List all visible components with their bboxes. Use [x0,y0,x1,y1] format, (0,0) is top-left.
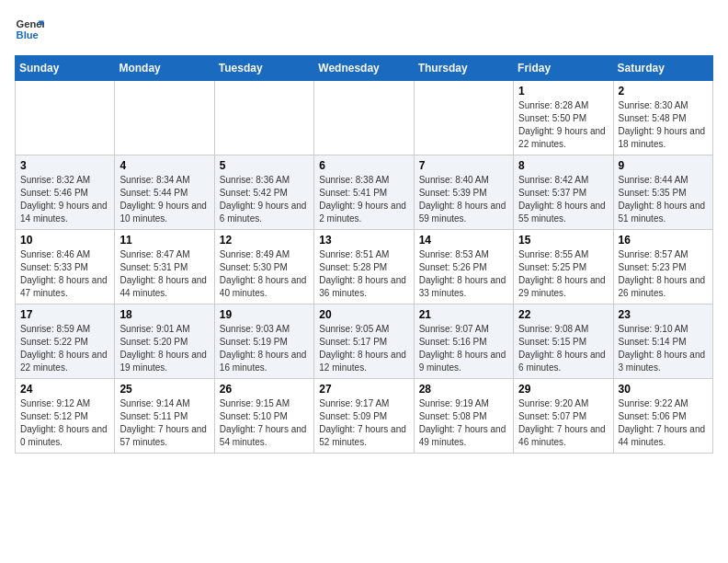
day-number: 16 [619,234,708,247]
day-number: 28 [419,383,508,396]
day-info: Sunrise: 8:57 AMSunset: 5:23 PMDaylight:… [619,248,708,300]
day-cell: 22Sunrise: 9:08 AMSunset: 5:15 PMDayligh… [514,304,613,379]
day-info: Sunrise: 8:36 AMSunset: 5:42 PMDaylight:… [220,174,309,225]
day-info: Sunrise: 8:59 AMSunset: 5:22 PMDaylight:… [20,323,109,374]
day-number: 12 [220,234,309,247]
day-info: Sunrise: 9:15 AMSunset: 5:10 PMDaylight:… [220,397,309,449]
day-info: Sunrise: 8:55 AMSunset: 5:25 PMDaylight:… [518,248,608,300]
day-info: Sunrise: 9:17 AMSunset: 5:09 PMDaylight:… [319,397,408,449]
day-info: Sunrise: 8:32 AMSunset: 5:46 PMDaylight:… [20,174,109,225]
day-cell: 9Sunrise: 8:44 AMSunset: 5:35 PMDaylight… [613,155,712,230]
day-cell [214,81,313,155]
week-row-5: 24Sunrise: 9:12 AMSunset: 5:12 PMDayligh… [16,379,713,454]
day-header-thursday: Thursday [414,56,513,81]
day-info: Sunrise: 9:10 AMSunset: 5:14 PMDaylight:… [619,323,708,374]
day-number: 20 [319,308,408,321]
day-number: 13 [319,234,408,247]
day-number: 24 [20,383,109,396]
week-row-3: 10Sunrise: 8:46 AMSunset: 5:33 PMDayligh… [16,230,713,304]
day-cell: 15Sunrise: 8:55 AMSunset: 5:25 PMDayligh… [514,230,613,304]
day-info: Sunrise: 9:19 AMSunset: 5:08 PMDaylight:… [419,397,508,449]
day-cell [314,81,414,155]
week-row-4: 17Sunrise: 8:59 AMSunset: 5:22 PMDayligh… [16,304,713,379]
day-cell [16,81,115,155]
day-number: 5 [220,159,309,172]
day-number: 7 [419,159,508,172]
day-cell: 1Sunrise: 8:28 AMSunset: 5:50 PMDaylight… [514,81,613,155]
day-cell: 16Sunrise: 8:57 AMSunset: 5:23 PMDayligh… [613,230,712,304]
day-info: Sunrise: 8:47 AMSunset: 5:31 PMDaylight:… [119,248,209,300]
day-info: Sunrise: 8:28 AMSunset: 5:50 PMDaylight:… [518,99,608,151]
day-number: 23 [619,308,708,321]
day-info: Sunrise: 8:30 AMSunset: 5:48 PMDaylight:… [619,99,708,151]
day-number: 19 [220,308,309,321]
day-cell: 27Sunrise: 9:17 AMSunset: 5:09 PMDayligh… [314,379,414,454]
day-cell: 8Sunrise: 8:42 AMSunset: 5:37 PMDaylight… [514,155,613,230]
day-cell: 14Sunrise: 8:53 AMSunset: 5:26 PMDayligh… [414,230,513,304]
day-cell: 5Sunrise: 8:36 AMSunset: 5:42 PMDaylight… [214,155,313,230]
svg-text:Blue: Blue [17,29,39,40]
day-header-saturday: Saturday [613,56,712,81]
day-number: 9 [619,159,708,172]
day-info: Sunrise: 8:44 AMSunset: 5:35 PMDaylight:… [619,174,708,225]
day-cell: 18Sunrise: 9:01 AMSunset: 5:20 PMDayligh… [115,304,214,379]
logo: General Blue [15,15,44,44]
day-cell [414,81,513,155]
day-cell: 11Sunrise: 8:47 AMSunset: 5:31 PMDayligh… [115,230,214,304]
day-number: 1 [518,85,608,98]
day-cell: 26Sunrise: 9:15 AMSunset: 5:10 PMDayligh… [214,379,313,454]
day-info: Sunrise: 9:03 AMSunset: 5:19 PMDaylight:… [220,323,309,374]
header-row: SundayMondayTuesdayWednesdayThursdayFrid… [16,56,713,81]
day-info: Sunrise: 9:07 AMSunset: 5:16 PMDaylight:… [419,323,508,374]
day-cell: 23Sunrise: 9:10 AMSunset: 5:14 PMDayligh… [613,304,712,379]
day-info: Sunrise: 9:20 AMSunset: 5:07 PMDaylight:… [518,397,608,449]
day-header-monday: Monday [115,56,214,81]
day-info: Sunrise: 9:22 AMSunset: 5:06 PMDaylight:… [619,397,708,449]
day-header-friday: Friday [514,56,613,81]
day-number: 29 [518,383,608,396]
day-info: Sunrise: 9:08 AMSunset: 5:15 PMDaylight:… [518,323,608,374]
day-number: 22 [518,308,608,321]
day-info: Sunrise: 8:51 AMSunset: 5:28 PMDaylight:… [319,248,408,300]
day-number: 18 [119,308,209,321]
day-cell: 13Sunrise: 8:51 AMSunset: 5:28 PMDayligh… [314,230,414,304]
day-cell: 20Sunrise: 9:05 AMSunset: 5:17 PMDayligh… [314,304,414,379]
day-number: 25 [119,383,209,396]
day-cell: 2Sunrise: 8:30 AMSunset: 5:48 PMDaylight… [613,81,712,155]
day-info: Sunrise: 8:34 AMSunset: 5:44 PMDaylight:… [119,174,209,225]
day-number: 8 [518,159,608,172]
day-cell: 28Sunrise: 9:19 AMSunset: 5:08 PMDayligh… [414,379,513,454]
day-number: 4 [119,159,209,172]
day-number: 3 [20,159,109,172]
day-number: 14 [419,234,508,247]
day-cell: 3Sunrise: 8:32 AMSunset: 5:46 PMDaylight… [16,155,115,230]
day-cell: 25Sunrise: 9:14 AMSunset: 5:11 PMDayligh… [115,379,214,454]
day-number: 17 [20,308,109,321]
day-info: Sunrise: 8:46 AMSunset: 5:33 PMDaylight:… [20,248,109,300]
day-cell: 29Sunrise: 9:20 AMSunset: 5:07 PMDayligh… [514,379,613,454]
day-cell: 17Sunrise: 8:59 AMSunset: 5:22 PMDayligh… [16,304,115,379]
svg-text:General: General [17,18,44,29]
day-cell: 4Sunrise: 8:34 AMSunset: 5:44 PMDaylight… [115,155,214,230]
day-number: 21 [419,308,508,321]
day-number: 15 [518,234,608,247]
header: General Blue [15,15,713,44]
day-header-wednesday: Wednesday [314,56,414,81]
day-info: Sunrise: 8:53 AMSunset: 5:26 PMDaylight:… [419,248,508,300]
day-info: Sunrise: 9:05 AMSunset: 5:17 PMDaylight:… [319,323,408,374]
day-cell: 12Sunrise: 8:49 AMSunset: 5:30 PMDayligh… [214,230,313,304]
week-row-1: 1Sunrise: 8:28 AMSunset: 5:50 PMDaylight… [16,81,713,155]
day-info: Sunrise: 9:14 AMSunset: 5:11 PMDaylight:… [119,397,209,449]
day-number: 26 [220,383,309,396]
day-cell: 21Sunrise: 9:07 AMSunset: 5:16 PMDayligh… [414,304,513,379]
day-info: Sunrise: 8:49 AMSunset: 5:30 PMDaylight:… [220,248,309,300]
day-cell: 6Sunrise: 8:38 AMSunset: 5:41 PMDaylight… [314,155,414,230]
day-cell: 19Sunrise: 9:03 AMSunset: 5:19 PMDayligh… [214,304,313,379]
day-number: 10 [20,234,109,247]
calendar-table: SundayMondayTuesdayWednesdayThursdayFrid… [15,55,713,454]
day-cell: 7Sunrise: 8:40 AMSunset: 5:39 PMDaylight… [414,155,513,230]
day-number: 2 [619,85,708,98]
day-header-sunday: Sunday [16,56,115,81]
day-number: 27 [319,383,408,396]
week-row-2: 3Sunrise: 8:32 AMSunset: 5:46 PMDaylight… [16,155,713,230]
